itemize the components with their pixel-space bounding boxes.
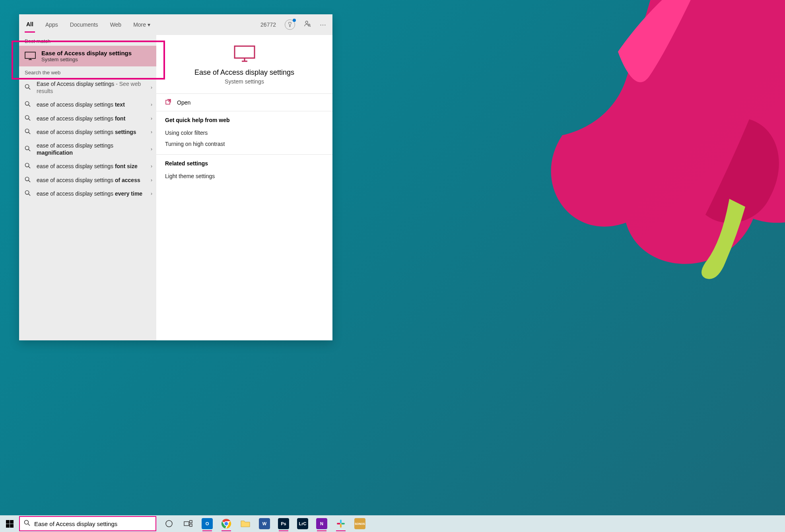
svg-rect-2 xyxy=(25,52,35,58)
person-search-icon[interactable] xyxy=(304,20,311,29)
tab-all[interactable]: All xyxy=(25,17,35,33)
svg-point-8 xyxy=(25,163,29,167)
chevron-right-icon: › xyxy=(151,146,152,152)
svg-point-7 xyxy=(25,146,29,150)
chevron-down-icon: ▾ xyxy=(148,21,150,28)
chevron-right-icon: › xyxy=(151,163,152,169)
search-icon xyxy=(25,177,32,184)
taskbar-app-cortana[interactable] xyxy=(160,515,178,532)
related-section: Related settings Light theme settings xyxy=(156,155,332,184)
svg-rect-11 xyxy=(235,46,255,58)
svg-point-10 xyxy=(25,190,29,194)
more-options-icon[interactable]: ⋯ xyxy=(320,21,327,29)
web-result[interactable]: ease of access display settings font › xyxy=(19,112,156,125)
svg-rect-16 xyxy=(190,520,192,523)
svg-point-14 xyxy=(166,520,172,527)
taskbar-search-box[interactable] xyxy=(19,516,156,531)
quick-help-link[interactable]: Turning on high contrast xyxy=(165,138,324,150)
search-results-column: Best match Ease of Access display settin… xyxy=(19,35,156,340)
related-title: Related settings xyxy=(165,160,324,167)
tab-documents[interactable]: Documents xyxy=(68,17,100,32)
svg-rect-17 xyxy=(190,524,192,526)
web-result[interactable]: ease of access display settings font siz… xyxy=(19,159,156,173)
svg-rect-25 xyxy=(337,523,340,524)
search-icon xyxy=(25,146,32,153)
detail-title: Ease of Access display settings xyxy=(194,68,294,77)
chevron-right-icon: › xyxy=(151,191,152,196)
detail-subtitle: System settings xyxy=(225,78,264,85)
taskbar-app-photoshop[interactable]: Ps xyxy=(275,515,292,532)
search-icon xyxy=(25,101,32,108)
chevron-right-icon: › xyxy=(151,85,152,90)
svg-point-6 xyxy=(25,129,29,132)
rewards-badge-icon[interactable] xyxy=(285,19,295,30)
taskbar-app-slack[interactable] xyxy=(332,515,350,532)
search-icon xyxy=(25,84,32,91)
taskbar-app-outlook[interactable]: O xyxy=(198,515,216,532)
detail-header: Ease of Access display settings System s… xyxy=(156,35,332,94)
taskbar-app-file-explorer[interactable] xyxy=(237,515,254,532)
web-result-text: ease of access display settings every ti… xyxy=(37,190,146,197)
chevron-right-icon: › xyxy=(151,102,152,107)
search-icon xyxy=(25,115,32,122)
web-result-text: ease of access display settings settings xyxy=(37,128,146,136)
search-icon xyxy=(25,163,32,170)
taskbar-app-chrome[interactable] xyxy=(218,515,235,532)
search-icon xyxy=(25,190,32,197)
taskbar-app-sonos[interactable]: SONOS xyxy=(351,515,369,532)
search-icon xyxy=(24,520,30,528)
tab-more[interactable]: More ▾ xyxy=(132,17,152,32)
web-result-text: ease of access display settings of acces… xyxy=(37,177,146,184)
open-action[interactable]: Open xyxy=(156,94,332,111)
svg-point-3 xyxy=(25,85,29,88)
tab-apps[interactable]: Apps xyxy=(44,17,60,32)
quick-help-title: Get quick help from web xyxy=(165,117,324,123)
svg-rect-23 xyxy=(341,523,345,524)
svg-point-9 xyxy=(25,177,29,181)
open-icon xyxy=(165,99,171,106)
svg-rect-15 xyxy=(184,522,189,526)
taskbar: OWPsLrCNSONOS xyxy=(0,515,785,532)
web-result[interactable]: ease of access display settings magnific… xyxy=(19,139,156,159)
desktop-wallpaper-flower xyxy=(451,0,785,310)
windows-logo-icon xyxy=(6,520,14,528)
svg-point-0 xyxy=(305,21,308,23)
web-result-text: Ease of Access display settings - See we… xyxy=(37,80,146,95)
open-label: Open xyxy=(177,99,190,106)
web-result[interactable]: ease of access display settings text › xyxy=(19,98,156,111)
web-result[interactable]: ease of access display settings settings… xyxy=(19,125,156,139)
best-match-title: Ease of Access display settings xyxy=(41,50,132,56)
tab-web[interactable]: Web xyxy=(109,17,123,32)
best-match-subtitle: System settings xyxy=(41,56,132,62)
chevron-right-icon: › xyxy=(151,116,152,121)
web-result[interactable]: Ease of Access display settings - See we… xyxy=(19,77,156,98)
taskbar-app-word[interactable]: W xyxy=(256,515,273,532)
quick-help-link[interactable]: Using color filters xyxy=(165,127,324,138)
taskbar-app-lightroom[interactable]: LrC xyxy=(294,515,311,532)
web-result[interactable]: ease of access display settings every ti… xyxy=(19,187,156,200)
web-result-text: ease of access display settings magnific… xyxy=(37,142,146,156)
svg-point-4 xyxy=(25,102,29,105)
web-result-text: ease of access display settings text xyxy=(37,101,146,108)
search-icon xyxy=(25,128,32,136)
result-detail-pane: Ease of Access display settings System s… xyxy=(156,35,332,340)
best-match-result[interactable]: Ease of Access display settings System s… xyxy=(19,46,156,66)
taskbar-app-task-view[interactable] xyxy=(179,515,197,532)
taskbar-app-onenote[interactable]: N xyxy=(313,515,330,532)
taskbar-search-input[interactable] xyxy=(34,520,152,527)
svg-point-5 xyxy=(25,115,29,119)
monitor-icon-large xyxy=(234,45,255,63)
web-result[interactable]: ease of access display settings of acces… xyxy=(19,173,156,187)
svg-rect-24 xyxy=(340,524,342,528)
rewards-points: 26772 xyxy=(260,21,276,28)
chevron-right-icon: › xyxy=(151,177,152,183)
monitor-icon xyxy=(25,52,36,60)
windows-search-panel: All Apps Documents Web More ▾ 26772 ⋯ Be… xyxy=(19,14,332,340)
chevron-right-icon: › xyxy=(151,129,152,135)
start-button[interactable] xyxy=(0,515,19,532)
web-result-text: ease of access display settings font siz… xyxy=(37,163,146,170)
related-link[interactable]: Light theme settings xyxy=(165,171,324,182)
svg-point-13 xyxy=(25,520,29,524)
svg-rect-22 xyxy=(340,520,342,523)
quick-help-section: Get quick help from web Using color filt… xyxy=(156,111,332,155)
